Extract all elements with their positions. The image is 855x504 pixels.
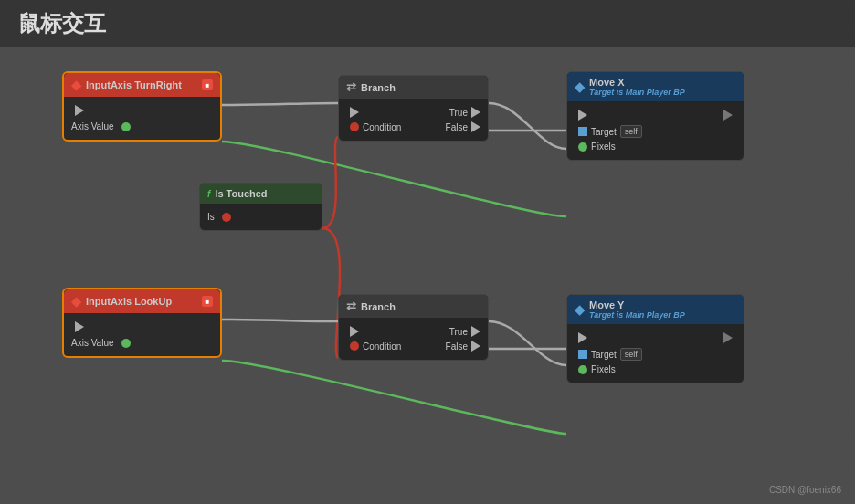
lookup-badge: ■ bbox=[202, 296, 213, 307]
title-bar: 鼠标交互 bbox=[0, 0, 855, 47]
movex-pixels-row: Pixels bbox=[575, 142, 736, 152]
is-pin bbox=[222, 213, 231, 222]
branch-bottom-body: True Condition False bbox=[339, 318, 488, 360]
branch-icon-bottom: ⇄ bbox=[346, 299, 356, 313]
movex-exec-row bbox=[575, 110, 736, 121]
true-label: True bbox=[449, 108, 468, 118]
self-label2: self bbox=[620, 348, 642, 361]
branch-bottom-condition-row: Condition False bbox=[346, 341, 480, 352]
movey-exec-row bbox=[575, 332, 736, 343]
istouched-header: f Is Touched bbox=[200, 184, 322, 204]
target-label2: Target bbox=[591, 350, 617, 360]
target-pin2 bbox=[578, 350, 587, 359]
node-movey[interactable]: ◆ Move Y Target is Main Player BP Target… bbox=[566, 294, 744, 383]
diamond-icon2: ◆ bbox=[71, 294, 81, 309]
movey-diamond-icon: ◆ bbox=[575, 302, 585, 317]
true-label2: True bbox=[449, 327, 468, 337]
blueprint-canvas[interactable]: 鼠标交互 ◆ InputAxis TurnRight ■ bbox=[0, 0, 855, 504]
node-istouched[interactable]: f Is Touched Is bbox=[199, 183, 322, 231]
target-label: Target bbox=[591, 127, 617, 137]
movex-titles: Move X Target is Main Player BP bbox=[589, 77, 685, 97]
movex-exec-out bbox=[723, 110, 733, 121]
branch-bottom-header: ⇄ Branch bbox=[339, 295, 488, 318]
turnright-axisvalue-row: Axis Value bbox=[71, 121, 213, 131]
movey-titles: Move Y Target is Main Player BP bbox=[589, 299, 685, 320]
branch-top-header: ⇄ Branch bbox=[339, 76, 488, 99]
movey-body: Target self Pixels bbox=[567, 324, 744, 383]
axisvalue-pin2 bbox=[121, 339, 131, 348]
true-pin2 bbox=[471, 326, 480, 337]
axisvalue-pin bbox=[121, 122, 131, 131]
is-label: Is bbox=[207, 212, 215, 222]
lookup-title: InputAxis LookUp bbox=[86, 296, 172, 307]
movey-exec-out bbox=[723, 332, 733, 343]
branch-top-exec-row: True bbox=[346, 107, 480, 118]
lookup-body: Axis Value bbox=[64, 313, 220, 356]
node-branch-bottom[interactable]: ⇄ Branch True Condition False bbox=[338, 294, 489, 361]
false-pin bbox=[471, 121, 480, 132]
istouched-body: Is bbox=[200, 204, 322, 230]
node-turnright[interactable]: ◆ InputAxis TurnRight ■ Axis Value bbox=[62, 71, 222, 142]
movex-subtitle: Target is Main Player BP bbox=[589, 88, 685, 97]
false-label2: False bbox=[446, 341, 468, 352]
movex-title: Move X bbox=[589, 77, 685, 88]
turnright-badge: ■ bbox=[202, 79, 213, 90]
turnright-title: InputAxis TurnRight bbox=[86, 79, 182, 90]
func-icon: f bbox=[207, 189, 210, 199]
pixels-pin2 bbox=[578, 365, 587, 374]
branch-top-condition-row: Condition False bbox=[346, 121, 480, 132]
condition-pin-in2 bbox=[350, 341, 359, 351]
movey-title: Move Y bbox=[589, 299, 685, 310]
movex-header: ◆ Move X Target is Main Player BP bbox=[567, 72, 744, 101]
target-pin bbox=[578, 127, 587, 136]
axis-value-label: Axis Value bbox=[71, 121, 114, 131]
self-label: self bbox=[620, 125, 642, 138]
canvas-title: 鼠标交互 bbox=[18, 9, 106, 38]
pixels-label2: Pixels bbox=[591, 364, 616, 374]
condition-label2: Condition bbox=[363, 341, 401, 352]
istouched-title: Is Touched bbox=[215, 188, 267, 199]
branch-bottom-exec-row: True bbox=[346, 326, 480, 337]
turnright-header: ◆ InputAxis TurnRight ■ bbox=[64, 73, 220, 97]
istouched-is-row: Is bbox=[207, 212, 314, 222]
branch-icon-top: ⇄ bbox=[346, 80, 356, 94]
node-lookup[interactable]: ◆ InputAxis LookUp ■ Axis Value bbox=[62, 288, 222, 358]
turnright-exec-row bbox=[71, 105, 213, 116]
branch-top-title: Branch bbox=[361, 82, 396, 93]
movex-body: Target self Pixels bbox=[567, 101, 744, 160]
lookup-header: ◆ InputAxis LookUp ■ bbox=[64, 289, 220, 313]
branch-top-body: True Condition False bbox=[339, 99, 488, 141]
pixels-label: Pixels bbox=[591, 142, 616, 152]
exec-in-pin bbox=[350, 107, 359, 118]
movey-target-row: Target self bbox=[575, 348, 736, 361]
exec-pin-out2 bbox=[75, 321, 84, 332]
node-branch-top[interactable]: ⇄ Branch True Condition False bbox=[338, 75, 489, 142]
lookup-exec-row bbox=[71, 321, 213, 332]
diamond-icon: ◆ bbox=[71, 78, 81, 92]
exec-pin-out bbox=[75, 105, 84, 116]
pixels-pin bbox=[578, 142, 587, 152]
condition-pin-in bbox=[350, 122, 359, 131]
false-pin2 bbox=[471, 341, 480, 352]
movey-header: ◆ Move Y Target is Main Player BP bbox=[567, 295, 744, 324]
watermark: CSDN @foenix66 bbox=[769, 485, 841, 495]
node-movex[interactable]: ◆ Move X Target is Main Player BP Target… bbox=[566, 71, 744, 161]
false-label: False bbox=[446, 122, 468, 132]
true-pin bbox=[471, 107, 480, 118]
exec-in-pin2 bbox=[350, 326, 359, 337]
axis-value-label2: Axis Value bbox=[71, 338, 114, 348]
condition-label: Condition bbox=[363, 122, 401, 132]
movex-diamond-icon: ◆ bbox=[575, 79, 585, 94]
movex-exec-in bbox=[578, 110, 587, 121]
branch-bottom-title: Branch bbox=[361, 301, 396, 312]
lookup-axisvalue-row: Axis Value bbox=[71, 338, 213, 348]
movey-pixels-row: Pixels bbox=[575, 364, 736, 374]
movey-exec-in bbox=[578, 332, 587, 343]
movex-target-row: Target self bbox=[575, 125, 736, 138]
movey-subtitle: Target is Main Player BP bbox=[589, 310, 685, 320]
turnright-body: Axis Value bbox=[64, 97, 220, 140]
